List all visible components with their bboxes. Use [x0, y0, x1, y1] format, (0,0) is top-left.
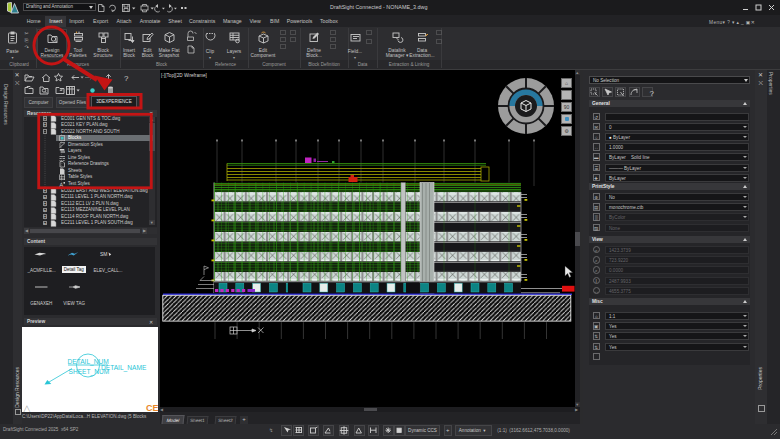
svg-text:?: ?	[650, 89, 655, 98]
svg-text:A: A	[59, 182, 63, 188]
svg-text:?: ?	[124, 73, 129, 82]
svg-text:CE: CE	[146, 403, 158, 412]
svg-text:△: △	[23, 403, 31, 413]
svg-text:DETAIL_NAME: DETAIL_NAME	[101, 364, 147, 372]
svg-text:SM: SM	[100, 251, 108, 257]
